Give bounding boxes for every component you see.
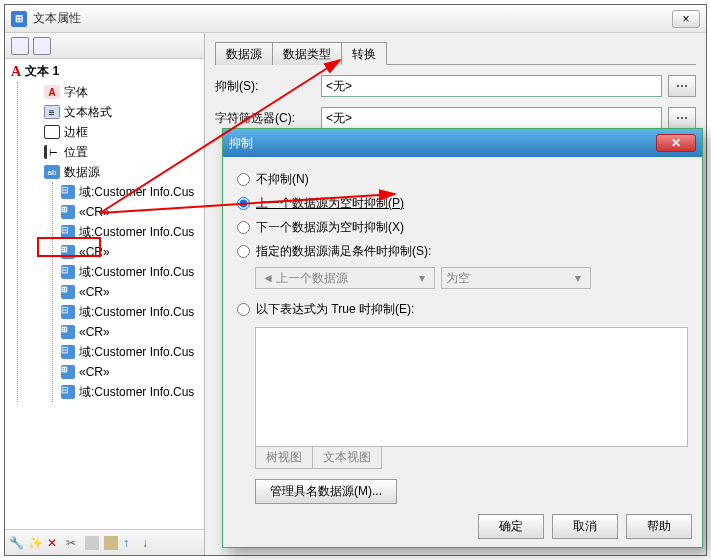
tree-field-1[interactable]: ⊟域:Customer Info.Cus [61, 182, 204, 202]
app-icon: ⊞ [11, 11, 27, 27]
tree-cr-4[interactable]: ⊞«CR» [61, 322, 204, 342]
field-icon: ⊟ [61, 305, 75, 319]
subtab-tree[interactable]: 树视图 [255, 446, 313, 469]
tab-bar: 数据源 数据类型 转换 [215, 41, 696, 65]
ok-button[interactable]: 确定 [478, 514, 544, 539]
cancel-button[interactable]: 取消 [552, 514, 618, 539]
suppress-row: 抑制(S): <无> ⋯ [215, 75, 696, 97]
radio-next-input[interactable] [237, 221, 250, 234]
tree-font[interactable]: A字体 [28, 82, 204, 102]
dialog-titlebar: 抑制 ✕ [223, 129, 702, 157]
tree-format[interactable]: ≡文本格式 [28, 102, 204, 122]
filter-row: 字符筛选器(C): <无> ⋯ [215, 107, 696, 129]
tab-datatype[interactable]: 数据类型 [272, 42, 342, 65]
position-icon: ⊢ [44, 145, 60, 159]
radio-expression[interactable]: 以下表达式为 True 时抑制(E): [237, 297, 688, 321]
tree-border[interactable]: 边框 [28, 122, 204, 142]
radio-prev-input[interactable] [237, 197, 250, 210]
suppress-dialog: 抑制 ✕ 不抑制(N) 上一个数据源为空时抑制(P) 下一个数据源为空时抑制(X… [222, 128, 703, 548]
radio-none-input[interactable] [237, 173, 250, 186]
toolbar-icon-1[interactable] [11, 37, 29, 55]
tree-cr-3[interactable]: ⊞«CR» [61, 282, 204, 302]
radio-expr-input[interactable] [237, 303, 250, 316]
radio-prev-empty[interactable]: 上一个数据源为空时抑制(P) [237, 191, 688, 215]
filter-label: 字符筛选器(C): [215, 110, 315, 127]
tree-cr-1[interactable]: ⊞«CR» [61, 202, 204, 222]
property-tree: A 文本 1 A字体 ≡文本格式 边框 ⊢位置 ab数据源 ⊟域:Custome… [5, 59, 204, 529]
cr-icon: ⊞ [61, 205, 75, 219]
left-panel: A 文本 1 A字体 ≡文本格式 边框 ⊢位置 ab数据源 ⊟域:Custome… [5, 33, 205, 555]
condition-source-combo[interactable]: ◄上一个数据源▾ [255, 267, 435, 289]
expression-textarea[interactable] [255, 327, 688, 447]
condition-op-combo[interactable]: 为空▾ [441, 267, 591, 289]
tool-down-icon[interactable]: ↓ [142, 536, 156, 550]
datasource-icon: ab [44, 165, 60, 179]
text-icon: A [11, 64, 21, 80]
field-icon: ⊟ [61, 225, 75, 239]
tool-wrench-icon[interactable]: 🔧 [9, 536, 23, 550]
expression-subtabs: 树视图 文本视图 [255, 446, 688, 469]
tool-up-icon[interactable]: ↑ [123, 536, 137, 550]
tree-root-label: 文本 1 [25, 63, 59, 80]
tree-root[interactable]: A 文本 1 [11, 63, 204, 80]
tree-field-3[interactable]: ⊟域:Customer Info.Cus [61, 262, 204, 282]
suppress-value[interactable]: <无> [321, 75, 662, 97]
radio-next-empty[interactable]: 下一个数据源为空时抑制(X) [237, 215, 688, 239]
subtab-text[interactable]: 文本视图 [312, 446, 382, 469]
tool-paste-icon[interactable] [104, 536, 118, 550]
format-icon: ≡ [44, 105, 60, 119]
left-toolbar [5, 33, 204, 59]
field-icon: ⊟ [61, 345, 75, 359]
radio-cond-input[interactable] [237, 245, 250, 258]
dialog-body: 不抑制(N) 上一个数据源为空时抑制(P) 下一个数据源为空时抑制(X) 指定的… [223, 157, 702, 514]
bottom-toolbar: 🔧 ✨ ✕ ✂ ↑ ↓ [5, 529, 204, 555]
field-icon: ⊟ [61, 265, 75, 279]
suppress-label: 抑制(S): [215, 78, 315, 95]
cr-icon: ⊞ [61, 245, 75, 259]
window-title: 文本属性 [33, 10, 672, 27]
tree-field-5[interactable]: ⊟域:Customer Info.Cus [61, 342, 204, 362]
tree-field-2[interactable]: ⊟域:Customer Info.Cus [61, 222, 204, 242]
cr-icon: ⊞ [61, 285, 75, 299]
tree-cr-5[interactable]: ⊞«CR» [61, 362, 204, 382]
titlebar: ⊞ 文本属性 × [5, 5, 706, 33]
field-icon: ⊟ [61, 185, 75, 199]
filter-browse-button[interactable]: ⋯ [668, 107, 696, 129]
tool-delete-icon[interactable]: ✕ [47, 536, 61, 550]
border-icon [44, 125, 60, 139]
suppress-browse-button[interactable]: ⋯ [668, 75, 696, 97]
tab-datasource[interactable]: 数据源 [215, 42, 273, 65]
tab-transform[interactable]: 转换 [341, 42, 387, 65]
chevron-down-icon: ▾ [570, 271, 586, 285]
tool-wand-icon[interactable]: ✨ [28, 536, 42, 550]
tree-position[interactable]: ⊢位置 [28, 142, 204, 162]
dialog-footer: 确定 取消 帮助 [478, 514, 692, 539]
tree-field-4[interactable]: ⊟域:Customer Info.Cus [61, 302, 204, 322]
dialog-title: 抑制 [229, 135, 656, 152]
dialog-close-button[interactable]: ✕ [656, 134, 696, 152]
filter-value[interactable]: <无> [321, 107, 662, 129]
font-icon: A [44, 85, 60, 99]
chevron-down-icon: ▾ [414, 271, 430, 285]
chevron-left-icon: ◄ [260, 271, 276, 285]
tree-cr-2[interactable]: ⊞«CR» [61, 242, 204, 262]
field-icon: ⊟ [61, 385, 75, 399]
tool-cut-icon[interactable]: ✂ [66, 536, 80, 550]
toolbar-icon-2[interactable] [33, 37, 51, 55]
manage-named-ds-button[interactable]: 管理具名数据源(M)... [255, 479, 397, 504]
cr-icon: ⊞ [61, 325, 75, 339]
help-button[interactable]: 帮助 [626, 514, 692, 539]
radio-condition[interactable]: 指定的数据源满足条件时抑制(S): [237, 239, 688, 263]
tool-copy-icon[interactable] [85, 536, 99, 550]
tree-datasource[interactable]: ab数据源 [28, 162, 204, 182]
tree-field-6[interactable]: ⊟域:Customer Info.Cus [61, 382, 204, 402]
radio-none[interactable]: 不抑制(N) [237, 167, 688, 191]
close-button[interactable]: × [672, 10, 700, 28]
cr-icon: ⊞ [61, 365, 75, 379]
